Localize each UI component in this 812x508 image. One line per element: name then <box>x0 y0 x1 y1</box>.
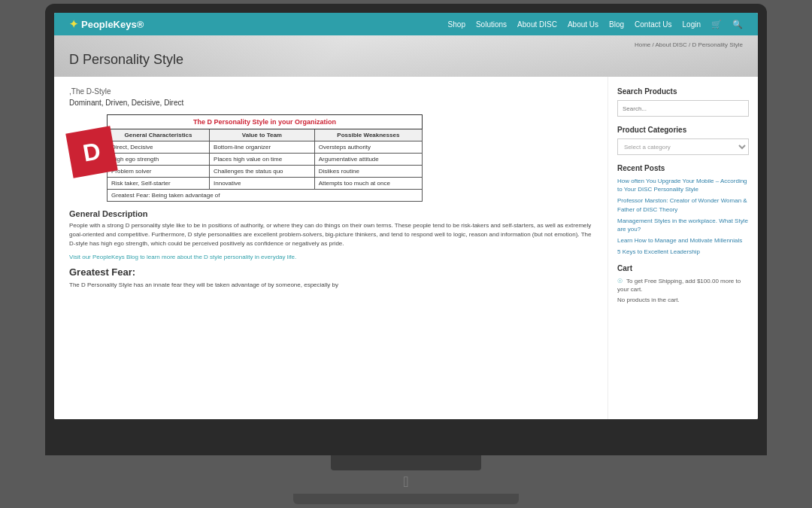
d-badge: D <box>65 126 118 178</box>
main-content: ,The D-Style Dominant, Driven, Decisive,… <box>54 77 758 419</box>
col-header-value: Value to Team <box>210 129 315 141</box>
monitor-screen: ✦ PeopleKeys® Shop Solutions About DISC … <box>54 13 758 419</box>
table-row: Risk taker, Self-starter Innovative Atte… <box>108 178 423 190</box>
cart-check-icon: ☉ <box>617 278 623 284</box>
greatest-fear-text: The D Personality Style has an innate fe… <box>69 281 592 290</box>
table-row: High ego strength Places high value on t… <box>108 154 423 166</box>
top-nav: ✦ PeopleKeys® Shop Solutions About DISC … <box>54 13 758 35</box>
hero-banner: D Personality Style Home / About DISC / … <box>54 35 758 77</box>
cart-title: Cart <box>617 264 749 272</box>
d-keywords: Dominant, Driven, Decisive, Direct <box>69 99 592 107</box>
recent-post-item-1[interactable]: How often You Upgrade Your Mobile – Acco… <box>617 177 749 193</box>
row4-col1: Risk taker, Self-starter <box>108 178 210 190</box>
recent-post-item-3[interactable]: Management Styles in the workplace. What… <box>617 217 749 233</box>
row3-col1: Problem solver <box>108 166 210 178</box>
nav-blog[interactable]: Blog <box>609 20 624 29</box>
table-container: D The D Personality Style in your Organi… <box>69 114 592 202</box>
logo-text: PeopleKeys® <box>81 19 144 30</box>
nav-login[interactable]: Login <box>683 20 701 29</box>
row3-col3: Dislikes routine <box>314 166 422 178</box>
monitor: ✦ PeopleKeys® Shop Solutions About DISC … <box>45 4 767 455</box>
col-header-general: General Characteristics <box>108 129 210 141</box>
categories-section-title: Product Categories <box>617 126 749 134</box>
greatest-fear-row: Greatest Fear: Being taken advantage of <box>108 190 423 202</box>
cart-icon[interactable]: 🛒 <box>711 20 722 29</box>
row4-col2: Innovative <box>210 178 315 190</box>
row3-col2: Challenges the status quo <box>210 166 315 178</box>
recent-post-item-4[interactable]: Learn How to Manage and Motivate Millenn… <box>617 236 749 245</box>
nav-about-disc[interactable]: About DISC <box>517 20 557 29</box>
nav-links: Shop Solutions About DISC About Us Blog … <box>448 20 743 29</box>
disc-table: The D Personality Style in your Organiza… <box>107 114 423 202</box>
table-row: Problem solver Challenges the status quo… <box>108 166 423 178</box>
col-header-weakness: Possible Weaknesses <box>314 129 422 141</box>
nav-logo: ✦ PeopleKeys® <box>69 18 144 30</box>
table-title: The D Personality Style in your Organiza… <box>108 115 423 129</box>
category-select[interactable]: Select a category <box>617 138 749 155</box>
monitor-wrapper: ✦ PeopleKeys® Shop Solutions About DISC … <box>45 4 767 504</box>
general-description-text: People with a strong D personality style… <box>69 221 592 248</box>
nav-solutions[interactable]: Solutions <box>476 20 507 29</box>
row1-col1: Direct, Decisive <box>108 141 210 154</box>
breadcrumb: Home / About DISC / D Personality Style <box>635 41 743 48</box>
search-input[interactable] <box>617 100 749 117</box>
row1-col2: Bottom-line organizer <box>210 141 315 154</box>
table-row-fear: Greatest Fear: Being taken advantage of <box>108 190 423 202</box>
row2-col3: Argumentative attitude <box>314 154 422 166</box>
greatest-fear-title: Greatest Fear: <box>69 266 592 278</box>
apple-logo:  <box>403 470 408 494</box>
recent-posts-title: Recent Posts <box>617 164 749 172</box>
cart-shipping-text: To get Free Shipping, add $100.00 more t… <box>617 278 741 293</box>
monitor-base <box>331 455 481 470</box>
nav-shop[interactable]: Shop <box>448 20 465 29</box>
nav-contact[interactable]: Contact Us <box>635 20 671 29</box>
blog-link[interactable]: Visit our PeopleKeys Blog to learn more … <box>69 254 296 260</box>
general-description-title: General Description <box>69 209 592 218</box>
page-title: D Personality Style <box>69 52 183 68</box>
search-icon[interactable]: 🔍 <box>732 20 743 29</box>
cart-shipping-info: ☉ To get Free Shipping, add $100.00 more… <box>617 277 749 294</box>
d-style-label: ,The D-Style <box>69 87 592 96</box>
star-icon: ✦ <box>69 18 78 30</box>
article: ,The D-Style Dominant, Driven, Decisive,… <box>54 77 607 419</box>
recent-post-item-5[interactable]: 5 Keys to Excellent Leadership <box>617 248 749 256</box>
row2-col2: Places high value on time <box>210 154 315 166</box>
row1-col3: Oversteps authority <box>314 141 422 154</box>
table-row: Direct, Decisive Bottom-line organizer O… <box>108 141 423 154</box>
search-section-title: Search Products <box>617 87 749 96</box>
row4-col3: Attempts too much at once <box>314 178 422 190</box>
website: ✦ PeopleKeys® Shop Solutions About DISC … <box>54 13 758 419</box>
sidebar: Search Products Product Categories Selec… <box>607 77 758 419</box>
cart-empty-message: No products in the cart. <box>617 297 749 303</box>
row2-col1: High ego strength <box>108 154 210 166</box>
monitor-foot <box>293 494 519 504</box>
nav-about-us[interactable]: About Us <box>568 20 598 29</box>
recent-post-item-2[interactable]: Professor Marston: Creator of Wonder Wom… <box>617 196 749 213</box>
